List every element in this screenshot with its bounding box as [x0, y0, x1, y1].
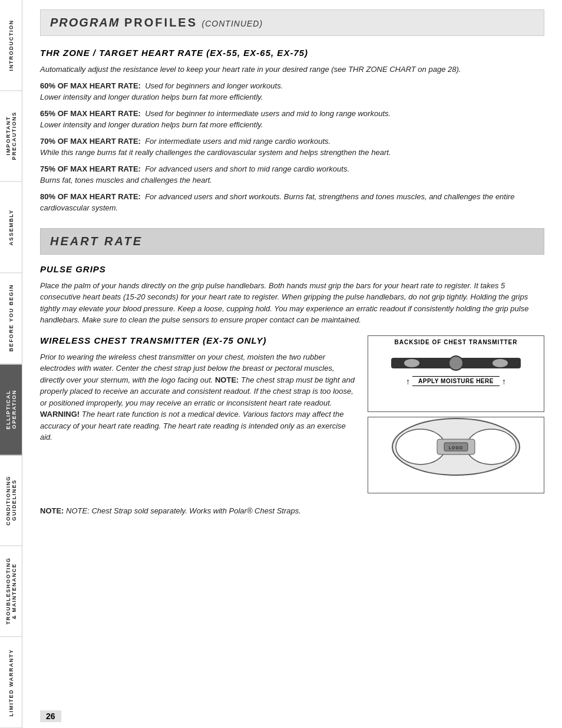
wireless-text-col: WIRELESS CHEST TRANSMITTER (EX-75 ONLY) …: [40, 335, 356, 498]
sidebar-item-troubleshooting[interactable]: TROUBLESHOOTING & MAINTENANCE: [0, 546, 22, 637]
wireless-title: WIRELESS CHEST TRANSMITTER (EX-75 ONLY): [40, 335, 356, 345]
sidebar-item-elliptical-operation[interactable]: ELLIPTICAL OPERATION: [0, 364, 22, 455]
chest-strap-svg: LOGO: [385, 417, 527, 479]
wireless-section: WIRELESS CHEST TRANSMITTER (EX-75 ONLY) …: [40, 335, 544, 498]
diagram-col: BACKSIDE OF CHEST TRANSMITTER ↑: [368, 335, 544, 498]
svg-text:LOGO: LOGO: [449, 446, 464, 450]
sidebar-item-precautions[interactable]: IMPORTANT PRECAUTIONS: [0, 91, 22, 182]
note-bottom: NOTE: NOTE: Chest Strap sold separately.…: [40, 505, 544, 517]
page-number: 26: [40, 710, 61, 722]
chest-strap-drawing: LOGO: [368, 417, 544, 476]
diagram-top-label: BACKSIDE OF CHEST TRANSMITTER: [368, 336, 544, 347]
sidebar: INTRODUCTION IMPORTANT PRECAUTIONS ASSEM…: [0, 0, 22, 728]
rate-60: 60% OF MAX HEART RATE: Used for beginner…: [40, 80, 544, 103]
moisture-label: APPLY MOISTURE HERE: [412, 376, 500, 386]
thr-zone-title: THR ZONE / TARGET HEART RATE (EX-55, EX-…: [40, 48, 544, 58]
diagram-bottom-box: LOGO: [368, 417, 544, 493]
heart-rate-title: HEART RATE: [50, 235, 534, 248]
wireless-text: Prior to wearing the wireless chest tran…: [40, 351, 356, 443]
diagram-top-box: BACKSIDE OF CHEST TRANSMITTER ↑: [368, 335, 544, 412]
rate-65: 65% OF MAX HEART RATE: Used for beginner…: [40, 108, 544, 131]
pulse-grips-title: PULSE GRIPS: [40, 264, 544, 274]
sidebar-item-assembly[interactable]: ASSEMBLY: [0, 182, 22, 273]
rate-80: 80% OF MAX HEART RATE: For advanced user…: [40, 191, 544, 214]
heart-rate-header: HEART RATE: [40, 228, 544, 255]
sidebar-item-conditioning[interactable]: CONDITIONING GUIDELINES: [0, 455, 22, 546]
page-title: PROGRAM PROFILES (CONTINUED): [50, 16, 534, 29]
transmitter-drawing: ↑ APPLY MOISTURE HERE ↑: [368, 347, 544, 394]
sidebar-item-warranty[interactable]: LIMITED WARRANTY: [0, 637, 22, 728]
sidebar-item-before-you-begin[interactable]: BEFORE YOU BEGIN: [0, 273, 22, 364]
sidebar-item-introduction[interactable]: INTRODUCTION: [0, 0, 22, 91]
rate-70: 70% OF MAX HEART RATE: For intermediate …: [40, 136, 544, 159]
rate-75: 75% OF MAX HEART RATE: For advanced user…: [40, 163, 544, 186]
pulse-grips-text: Place the palm of your hands directly on…: [40, 280, 544, 326]
main-content: PROGRAM PROFILES (CONTINUED) THR ZONE / …: [22, 0, 562, 728]
program-profiles-header: PROGRAM PROFILES (CONTINUED): [40, 9, 544, 36]
thr-intro-text: Automatically adjust the resistance leve…: [40, 64, 544, 75]
